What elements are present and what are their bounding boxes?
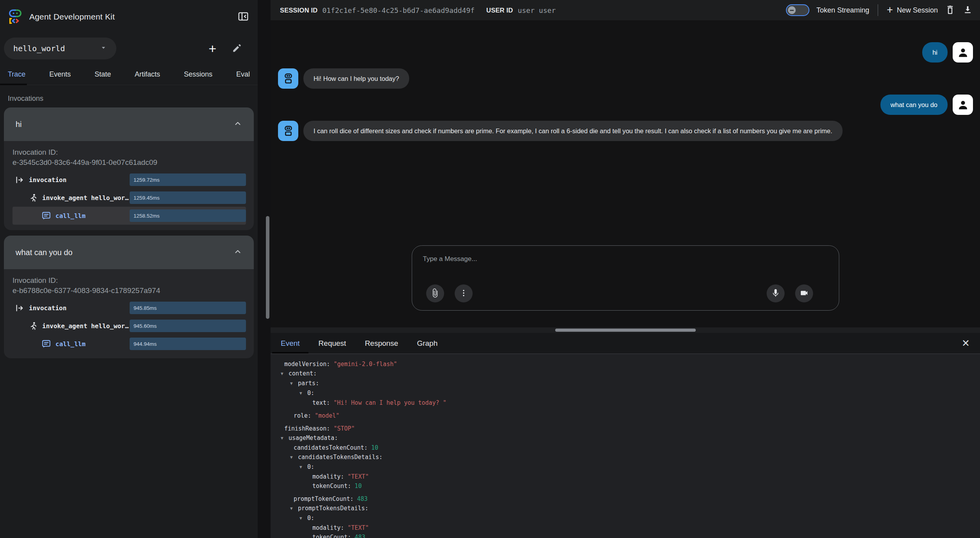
trace-span-row[interactable]: invoke_agent hello_wor…945.60ms — [12, 317, 246, 335]
json-tree-row: tokenCount: 483 — [275, 533, 980, 538]
robot-icon — [282, 72, 295, 85]
trace-span-info: invocation — [12, 303, 130, 313]
json-value: "gemini-2.0-flash" — [330, 361, 397, 368]
user-message-bubble: what can you do — [880, 95, 948, 115]
expand-arrow-icon[interactable]: ▼ — [281, 369, 289, 379]
json-key: tokenCount: — [312, 483, 351, 490]
trace-span-label: invoke_agent hello_wor… — [42, 194, 129, 202]
user-message-row: what can you do — [278, 95, 973, 115]
trash-icon — [945, 4, 955, 16]
tab-sessions[interactable]: Sessions — [184, 70, 212, 85]
agent-row: hello_world + — [0, 38, 258, 59]
expand-arrow-icon[interactable]: ▼ — [299, 389, 307, 398]
invocation-card-header[interactable]: what can you do — [4, 236, 254, 269]
run-icon — [28, 321, 38, 331]
new-session-label: New Session — [897, 6, 938, 14]
trace-span-label: invocation — [29, 176, 66, 184]
user-id-label: USER ID — [486, 7, 513, 14]
sidebar: Agent Development Kit hello_world — [0, 0, 258, 538]
invocations-label: Invocations — [0, 85, 258, 107]
close-panel-button[interactable]: ✕ — [962, 338, 970, 348]
main-area: SESSION ID 01f2c1ef-5e80-4c25-b6d7-ae6ad… — [271, 0, 980, 538]
plus-icon: + — [208, 41, 216, 56]
invocation-id-value: e-3545c3d0-83c6-449a-9f01-0e07c61adc09 — [12, 157, 246, 168]
attach-button[interactable] — [426, 284, 444, 302]
delete-session-button[interactable] — [945, 4, 955, 16]
token-streaming-label: Token Streaming — [816, 6, 869, 14]
invocation-title: what can you do — [16, 248, 73, 257]
user-message-row: hi — [278, 42, 973, 63]
agent-select[interactable]: hello_world — [4, 38, 116, 59]
trace-span-row[interactable]: invocation1259.72ms — [12, 171, 246, 189]
invocation-card-header[interactable]: hi — [4, 107, 254, 141]
bot-avatar — [278, 121, 298, 141]
new-session-button[interactable]: + New Session — [887, 5, 938, 16]
agent-select-value: hello_world — [13, 44, 65, 53]
trace-span-row[interactable]: invoke_agent hello_wor…1259.45ms — [12, 189, 246, 207]
message-input[interactable] — [412, 246, 839, 269]
expand-arrow-icon[interactable]: ▼ — [290, 504, 298, 513]
add-button[interactable]: + — [208, 42, 216, 55]
trace-span-row[interactable]: call_llm944.94ms — [12, 335, 246, 353]
tab-eval[interactable]: Eval — [236, 70, 250, 85]
json-tree-row: role: "model" — [275, 411, 980, 420]
tab-state[interactable]: State — [94, 70, 111, 85]
json-tree-row: ▼0: — [275, 513, 980, 523]
collapse-panel-icon — [237, 18, 249, 23]
trace-span-info: call_llm — [12, 339, 130, 349]
expand-arrow-icon[interactable]: ▼ — [290, 453, 298, 462]
panel-tab-response[interactable]: Response — [365, 333, 398, 354]
download-icon — [962, 4, 973, 16]
tab-artifacts[interactable]: Artifacts — [135, 70, 160, 85]
user-avatar — [953, 42, 973, 63]
json-key: promptTokensDetails: — [298, 505, 369, 512]
expand-arrow-icon[interactable]: ▼ — [281, 434, 289, 443]
json-tree-row: text: "Hi! How can I help you today? " — [275, 398, 980, 408]
session-id-label: SESSION ID — [280, 7, 317, 14]
paperclip-icon — [430, 288, 440, 299]
json-key: tokenCount: — [312, 534, 351, 538]
sidebar-scrollbar[interactable] — [266, 216, 269, 319]
json-tree-row: modelVersion: "gemini-2.0-flash" — [275, 359, 980, 369]
session-id-value: 01f2c1ef-5e80-4c25-b6d7-ae6ad9add49f — [322, 6, 474, 14]
json-key: candidatesTokenCount: — [294, 444, 368, 451]
expand-arrow-icon[interactable]: ▼ — [299, 463, 307, 472]
json-tree-row: ▼usageMetadata: — [275, 433, 980, 443]
trace-span-info: invoke_agent hello_wor… — [12, 321, 130, 331]
edit-button[interactable] — [232, 43, 242, 54]
panel-tab-event[interactable]: Event — [281, 333, 300, 354]
json-value: "model" — [311, 412, 339, 419]
trace-span-row[interactable]: invocation945.85ms — [12, 299, 246, 317]
trace-span-label: invoke_agent hello_wor… — [42, 322, 129, 330]
expand-arrow-icon[interactable]: ▼ — [290, 379, 298, 388]
json-value: "STOP" — [330, 425, 355, 432]
tab-trace[interactable]: Trace — [8, 70, 25, 85]
person-icon — [957, 46, 969, 59]
export-session-button[interactable] — [962, 4, 973, 16]
toggle-knob-icon — [788, 6, 796, 14]
json-key: 0: — [307, 390, 314, 397]
panel-tab-graph[interactable]: Graph — [417, 333, 438, 354]
json-tree-row: promptTokenCount: 483 — [275, 494, 980, 504]
chevron-up-icon — [233, 247, 243, 258]
collapse-sidebar-button[interactable] — [237, 10, 250, 23]
panel-tab-request[interactable]: Request — [319, 333, 346, 354]
sidebar-header: Agent Development Kit — [0, 0, 258, 25]
adk-logo-icon — [7, 9, 23, 25]
more-options-button[interactable] — [454, 284, 472, 302]
run-icon — [28, 193, 38, 203]
expand-arrow-icon[interactable]: ▼ — [299, 514, 307, 523]
bot-message-row: I can roll dice of different sizes and c… — [278, 121, 973, 141]
chevron-up-icon — [233, 118, 243, 130]
json-key: finishReason: — [284, 425, 330, 432]
bot-message-bubble: Hi! How can I help you today? — [303, 68, 409, 89]
mic-button[interactable] — [766, 284, 784, 302]
splitter-handle[interactable] — [555, 329, 696, 332]
token-streaming-toggle[interactable] — [786, 4, 809, 16]
json-tree-row: ▼parts: — [275, 379, 980, 388]
tab-events[interactable]: Events — [49, 70, 71, 85]
close-icon: ✕ — [962, 338, 970, 349]
json-key: text: — [312, 399, 330, 406]
video-button[interactable] — [795, 284, 813, 302]
trace-span-row[interactable]: call_llm1258.52ms — [12, 207, 246, 225]
